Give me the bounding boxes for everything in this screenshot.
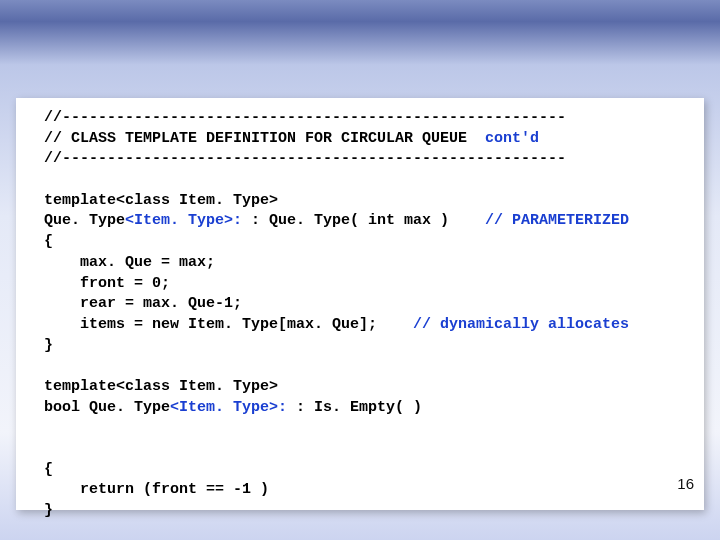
line: max. Que = max; bbox=[44, 254, 215, 271]
code-comment: // PARAMETERIZED bbox=[485, 212, 629, 229]
line: template<class Item. Type> bbox=[44, 378, 278, 395]
line: rear = max. Que-1; bbox=[44, 295, 242, 312]
line: } bbox=[44, 337, 53, 354]
line: { bbox=[44, 233, 53, 250]
line: } bbox=[44, 502, 53, 519]
line: //--------------------------------------… bbox=[44, 109, 566, 126]
line: : Que. Type( int max ) bbox=[251, 212, 485, 229]
code-panel: //--------------------------------------… bbox=[16, 98, 704, 510]
line: Que. Type bbox=[44, 212, 125, 229]
line: template<class Item. Type> bbox=[44, 192, 278, 209]
line: // CLASS TEMPLATE DEFINITION FOR CIRCULA… bbox=[44, 130, 485, 147]
code-template-arg: <Item. Type>: bbox=[125, 212, 251, 229]
line: : Is. Empty( ) bbox=[296, 399, 422, 416]
line: //--------------------------------------… bbox=[44, 150, 566, 167]
code-template-arg: <Item. Type>: bbox=[170, 399, 296, 416]
line: front = 0; bbox=[44, 275, 170, 292]
code-block: //--------------------------------------… bbox=[44, 98, 686, 522]
code-comment: cont'd bbox=[485, 130, 539, 147]
code-comment: // dynamically allocates bbox=[413, 316, 629, 333]
line: { bbox=[44, 461, 53, 478]
line: return (front == -1 ) bbox=[44, 481, 269, 498]
line: items = new Item. Type[max. Que]; bbox=[44, 316, 413, 333]
page-number: 16 bbox=[677, 475, 694, 492]
line: bool Que. Type bbox=[44, 399, 170, 416]
